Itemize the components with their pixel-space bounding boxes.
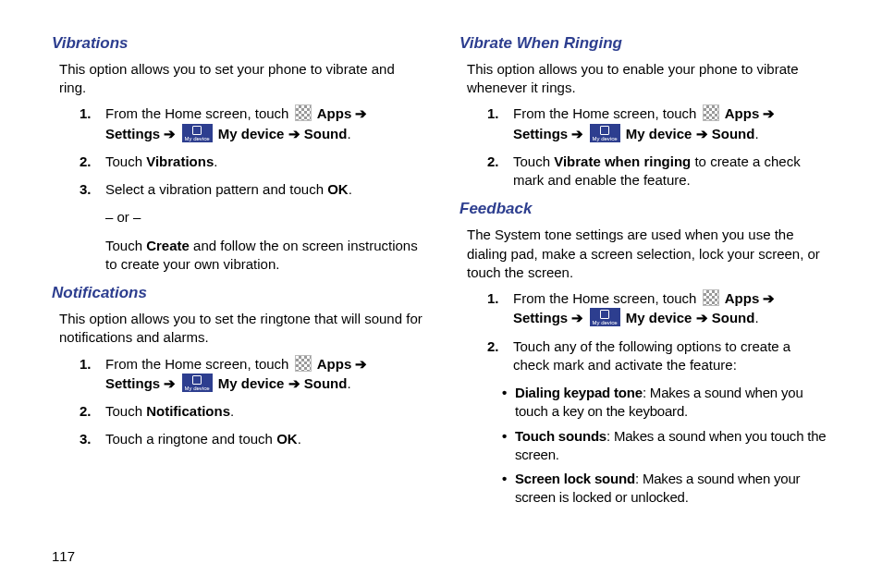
- feedback-heading: Feedback: [459, 199, 830, 220]
- bullet-text: Touch sounds: Makes a sound when you tou…: [515, 427, 830, 465]
- bold-text: Notifications: [146, 403, 230, 419]
- apps-label: Apps: [725, 105, 760, 121]
- arrow-icon: ➔: [568, 310, 587, 325]
- or-divider: – or –: [105, 208, 423, 227]
- vibrations-step-3: 3. Select a vibration pattern and touch …: [80, 180, 423, 199]
- text: Touch a ringtone and touch: [105, 431, 276, 447]
- text: Touch: [513, 153, 554, 169]
- settings-label: Settings: [105, 375, 160, 391]
- sound-label: Sound: [712, 310, 755, 325]
- step-number: 2.: [487, 337, 513, 375]
- text: From the Home screen, touch: [105, 105, 293, 121]
- vibrations-step-2: 2. Touch Vibrations.: [80, 153, 423, 171]
- vibrate-ringing-step-1: 1. From the Home screen, touch Apps ➔ Se…: [487, 104, 830, 143]
- text: .: [347, 375, 350, 391]
- text: Touch: [105, 403, 146, 419]
- step-number: 2.: [80, 402, 105, 421]
- text: Select a vibration pattern and touch: [105, 181, 327, 197]
- mydevice-icon: My device: [590, 124, 620, 142]
- apps-icon: [295, 104, 312, 121]
- vibrate-ringing-step-2: 2. Touch Vibrate when ringing to create …: [487, 153, 830, 190]
- bold-text: Vibrate when ringing: [554, 153, 691, 169]
- bold-text: Dialing keypad tone: [515, 385, 643, 400]
- text: .: [214, 153, 217, 169]
- sound-label: Sound: [712, 126, 755, 141]
- arrow-icon: ➔: [759, 105, 775, 121]
- mydevice-icon: My device: [182, 374, 213, 392]
- bold-text: Vibrations: [146, 153, 214, 169]
- settings-label: Settings: [513, 126, 568, 141]
- mydevice-icon: My device: [182, 124, 213, 142]
- text: From the Home screen, touch: [513, 105, 701, 121]
- text: .: [298, 431, 301, 447]
- step-text: From the Home screen, touch Apps ➔ Setti…: [105, 355, 423, 394]
- step-number: 3.: [80, 430, 105, 448]
- vibrate-ringing-heading: Vibrate When Ringing: [459, 33, 830, 55]
- settings-label: Settings: [513, 310, 568, 325]
- step-number: 1.: [487, 289, 513, 328]
- bold-text: Create: [146, 238, 190, 253]
- apps-label: Apps: [317, 356, 352, 372]
- mydevice-label: My device: [218, 375, 285, 391]
- bullet-icon: •: [502, 427, 515, 465]
- step-text: Touch any of the following options to cr…: [513, 337, 830, 375]
- create-instruction: Touch Create and follow the on screen in…: [105, 237, 423, 275]
- sound-label: Sound: [304, 126, 348, 141]
- mydevice-icon: My device: [590, 308, 620, 326]
- text: From the Home screen, touch: [513, 290, 701, 306]
- step-number: 1.: [487, 104, 513, 143]
- step-text: Touch Vibrations.: [105, 153, 423, 171]
- vibrations-heading: Vibrations: [52, 33, 423, 55]
- bold-text: Screen lock sound: [515, 471, 635, 486]
- text: Touch: [105, 238, 146, 253]
- page-columns: Vibrations This option allows you to set…: [52, 33, 830, 513]
- apps-label: Apps: [725, 290, 760, 306]
- mydevice-label: My device: [626, 310, 692, 325]
- step-text: From the Home screen, touch Apps ➔ Setti…: [105, 104, 423, 143]
- vibrate-ringing-intro: This option allows you to enable your ph…: [467, 60, 830, 98]
- text: .: [349, 181, 352, 197]
- feedback-bullet-3: • Screen lock sound: Makes a sound when …: [502, 470, 830, 508]
- vibrations-step-1: 1. From the Home screen, touch Apps ➔ Se…: [80, 104, 423, 143]
- step-text: From the Home screen, touch Apps ➔ Setti…: [513, 104, 830, 143]
- mydevice-label: My device: [626, 126, 692, 141]
- bold-text: Touch sounds: [515, 428, 606, 444]
- text: .: [347, 126, 350, 141]
- step-number: 2.: [80, 153, 105, 171]
- apps-label: Apps: [317, 105, 352, 121]
- notifications-step-2: 2. Touch Notifications.: [80, 402, 423, 421]
- apps-icon: [703, 289, 719, 306]
- step-text: From the Home screen, touch Apps ➔ Setti…: [513, 289, 830, 328]
- notifications-heading: Notifications: [52, 283, 423, 304]
- step-text: Touch a ringtone and touch OK.: [105, 430, 423, 448]
- notifications-step-1: 1. From the Home screen, touch Apps ➔ Se…: [80, 355, 423, 394]
- feedback-bullet-2: • Touch sounds: Makes a sound when you t…: [502, 427, 830, 465]
- settings-label: Settings: [105, 126, 160, 141]
- left-column: Vibrations This option allows you to set…: [52, 33, 423, 513]
- text: From the Home screen, touch: [105, 356, 293, 372]
- apps-icon: [295, 355, 312, 372]
- arrow-icon: ➔: [284, 375, 303, 391]
- arrow-icon: ➔: [351, 105, 367, 121]
- feedback-step-1: 1. From the Home screen, touch Apps ➔ Se…: [487, 289, 830, 328]
- sound-label: Sound: [304, 375, 348, 391]
- apps-icon: [703, 104, 719, 121]
- bullet-text: Screen lock sound: Makes a sound when yo…: [515, 470, 830, 508]
- step-text: Touch Notifications.: [105, 402, 423, 421]
- step-text: Select a vibration pattern and touch OK.: [105, 180, 423, 199]
- step-number: 3.: [80, 180, 105, 199]
- notifications-step-3: 3. Touch a ringtone and touch OK.: [80, 430, 423, 448]
- arrow-icon: ➔: [160, 375, 179, 391]
- vibrations-intro: This option allows you to set your phone…: [59, 60, 423, 98]
- bullet-icon: •: [502, 470, 515, 508]
- arrow-icon: ➔: [160, 126, 179, 141]
- text: .: [754, 126, 758, 141]
- step-text: Touch Vibrate when ringing to create a c…: [513, 153, 830, 190]
- notifications-intro: This option allows you to set the ringto…: [59, 310, 423, 348]
- text: Touch: [105, 153, 146, 169]
- arrow-icon: ➔: [351, 356, 367, 372]
- arrow-icon: ➔: [692, 126, 711, 141]
- feedback-intro: The System tone settings are used when y…: [467, 226, 830, 282]
- step-number: 1.: [80, 355, 105, 394]
- bold-text: OK: [276, 431, 298, 447]
